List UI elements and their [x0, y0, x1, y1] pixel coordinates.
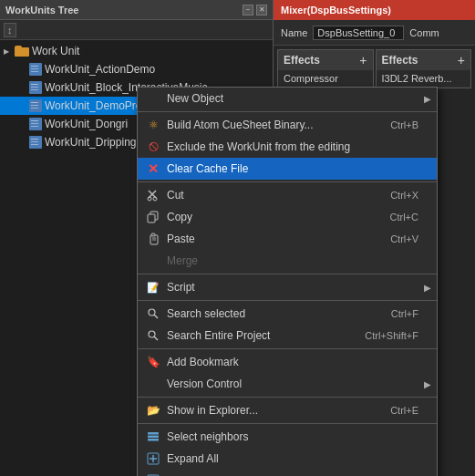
- bookmark-icon: 🔖: [145, 355, 161, 369]
- menu-sep-2: [138, 181, 437, 182]
- doc-icon-action: [29, 63, 42, 76]
- menu-item-build-atom[interactable]: ⚛ Build Atom CueSheet Binary... Ctrl+B: [138, 114, 437, 136]
- menu-shortcut-show-explorer: Ctrl+E: [390, 405, 418, 416]
- menu-item-script[interactable]: 📝 Script ▶: [138, 276, 437, 298]
- menu-item-paste[interactable]: Paste Ctrl+V: [138, 228, 437, 250]
- copy-icon: [145, 210, 161, 224]
- menu-item-cut[interactable]: Cut Ctrl+X: [138, 184, 437, 206]
- menu-item-search-entire[interactable]: Search Entire Project Ctrl+Shift+F: [138, 325, 437, 347]
- svg-point-10: [149, 309, 155, 316]
- menu-label-version-control: Version Control: [167, 378, 418, 390]
- menu-sep-6: [138, 397, 437, 398]
- titlebar-buttons: − ✕: [243, 5, 267, 16]
- svg-rect-14: [148, 432, 159, 435]
- mixer-header: Name Comm: [274, 20, 475, 46]
- menu-item-show-explorer[interactable]: 📂 Show in Explorer... Ctrl+E: [138, 399, 437, 421]
- effects-title-1: Effects: [284, 54, 320, 67]
- menu-label-cut: Cut: [167, 189, 372, 202]
- menu-item-copy[interactable]: Copy Ctrl+C: [138, 206, 437, 228]
- tree-item-action[interactable]: ▶ WorkUnit_ActionDemo: [0, 60, 273, 78]
- menu-label-search-selected: Search selected: [167, 307, 373, 320]
- tree-item-workunit-root[interactable]: ▶ Work Unit: [0, 42, 273, 60]
- effects-area: Effects + Compressor Effects + I3DL2 Rev…: [274, 46, 475, 92]
- menu-sep-7: [138, 423, 437, 424]
- folder-icon: [15, 46, 29, 57]
- effects-title-2: Effects: [382, 54, 418, 67]
- tree-arrow-root: ▶: [4, 47, 15, 56]
- menu-label-copy: Copy: [167, 211, 372, 223]
- tree-arrow-dongri: ▶: [18, 120, 29, 129]
- build-atom-icon: ⚛: [145, 118, 161, 132]
- svg-rect-5: [148, 214, 155, 222]
- menu-shortcut-cut: Ctrl+X: [390, 190, 418, 201]
- menu-label-new-object: New Object: [167, 92, 418, 105]
- tree-label-dongri: WorkUnit_Dongri: [45, 118, 128, 130]
- effects-add-btn-2[interactable]: +: [458, 54, 465, 67]
- clear-cache-icon: ✕: [145, 161, 161, 176]
- tree-label-root: Work Unit: [32, 45, 79, 57]
- menu-label-exclude: Exclude the WorkUnit from the editing: [167, 140, 418, 153]
- left-panel-title: WorkUnits Tree: [5, 5, 79, 16]
- paste-icon: [145, 232, 161, 246]
- tree-arrow-action: ▶: [18, 66, 29, 74]
- effects-add-btn-1[interactable]: +: [359, 54, 367, 67]
- svg-rect-7: [151, 233, 155, 236]
- menu-shortcut-search-selected: Ctrl+F: [391, 308, 418, 319]
- effects-item-reverb[interactable]: I3DL2 Reverb...: [377, 70, 471, 88]
- menu-label-search-entire: Search Entire Project: [167, 329, 346, 342]
- version-control-arrow: ▶: [424, 379, 431, 389]
- tree-arrow-demo: ▶: [18, 102, 29, 110]
- panel-titlebar: WorkUnits Tree − ✕: [0, 0, 273, 20]
- comm-label: Comm: [409, 27, 439, 38]
- menu-item-expand-all[interactable]: Expand All: [138, 448, 437, 470]
- menu-sep-5: [138, 348, 437, 349]
- effects-column-2: Effects + I3DL2 Reverb...: [376, 49, 472, 88]
- new-object-arrow: ▶: [424, 94, 431, 104]
- version-control-icon: [145, 377, 161, 391]
- menu-shortcut-paste: Ctrl+V: [390, 233, 418, 244]
- minimize-btn[interactable]: −: [243, 5, 253, 16]
- menu-item-select-neighbors[interactable]: Select neighbors: [138, 426, 437, 448]
- script-icon: 📝: [145, 280, 161, 295]
- name-input[interactable]: [313, 26, 404, 40]
- menu-label-add-bookmark: Add Bookmark: [167, 356, 418, 368]
- close-btn[interactable]: ✕: [256, 5, 267, 16]
- exclude-icon: 🚫: [145, 140, 161, 154]
- doc-icon-dongri: [29, 118, 42, 130]
- tree-arrow-block: ▶: [18, 84, 29, 92]
- right-title: Mixer(DspBusSettings): [281, 5, 391, 16]
- svg-line-11: [154, 315, 158, 318]
- svg-rect-15: [148, 436, 159, 439]
- menu-item-search-selected[interactable]: Search selected Ctrl+F: [138, 303, 437, 325]
- panel-toolbar: ↕: [0, 20, 273, 40]
- menu-item-clear-cache[interactable]: ✕ Clear Cache File: [138, 158, 437, 180]
- menu-shortcut-copy: Ctrl+C: [390, 212, 418, 222]
- doc-icon-block: [29, 81, 42, 94]
- menu-label-select-neighbors: Select neighbors: [167, 430, 418, 443]
- svg-line-13: [154, 336, 158, 340]
- effects-header-1: Effects +: [278, 50, 373, 70]
- expand-all-icon: [145, 451, 161, 466]
- select-neighbors-icon: [145, 429, 161, 444]
- menu-shortcut-search-entire: Ctrl+Shift+F: [365, 330, 418, 341]
- menu-item-new-object[interactable]: New Object ▶: [138, 88, 437, 109]
- sort-button[interactable]: ↕: [4, 23, 16, 37]
- menu-item-collapse-all[interactable]: Collapse All: [138, 470, 437, 476]
- svg-point-12: [149, 331, 155, 337]
- menu-item-add-bookmark[interactable]: 🔖 Add Bookmark: [138, 351, 437, 373]
- new-object-icon: [145, 91, 161, 106]
- main-container: WorkUnits Tree − ✕ ↕ ▶ Work Unit ▶ WorkU…: [0, 0, 475, 476]
- menu-label-script: Script: [167, 281, 418, 294]
- right-titlebar: Mixer(DspBusSettings): [274, 0, 475, 20]
- menu-item-version-control[interactable]: Version Control ▶: [138, 373, 437, 395]
- menu-item-exclude[interactable]: 🚫 Exclude the WorkUnit from the editing: [138, 136, 437, 158]
- merge-icon: [145, 254, 161, 268]
- menu-sep-3: [138, 274, 437, 274]
- effects-item-compressor[interactable]: Compressor: [278, 70, 373, 88]
- search-entire-icon: [145, 328, 161, 343]
- script-arrow: ▶: [424, 283, 431, 293]
- name-label: Name: [281, 27, 307, 38]
- tree-label-action: WorkUnit_ActionDemo: [45, 63, 155, 76]
- effects-column-1: Effects + Compressor: [277, 49, 374, 88]
- menu-sep-1: [138, 111, 437, 112]
